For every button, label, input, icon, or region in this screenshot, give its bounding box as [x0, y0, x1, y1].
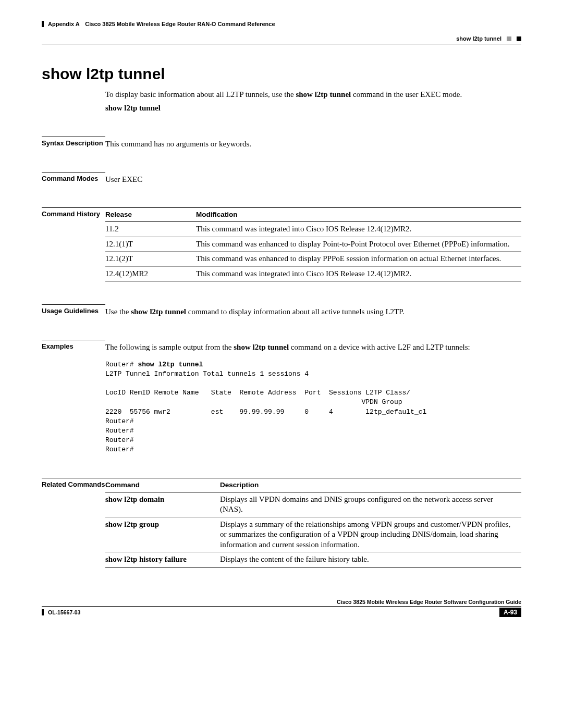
section-body: The following is sample output from the … [105, 340, 521, 454]
table-row: 12.4(12)MR2 This command was integrated … [105, 266, 521, 281]
section-label: Command Modes [42, 172, 105, 182]
divider [42, 44, 521, 44]
section-syntax: Syntax Description This command has no a… [42, 137, 521, 149]
col-description: Description [220, 478, 521, 492]
section-body: User EXEC [105, 172, 521, 184]
table-row: 11.2 This command was integrated into Ci… [105, 222, 521, 237]
col-release: Release [105, 208, 196, 222]
cli-output: Router# show l2tp tunnel L2TP Tunnel Inf… [105, 360, 521, 455]
section-label: Usage Guidelines [42, 304, 105, 315]
section-label: Command History [42, 207, 105, 218]
section-related: Related Commands Command Description sho… [42, 478, 521, 567]
footer-guide: Cisco 3825 Mobile Wireless Edge Router S… [42, 599, 521, 606]
section-label: Syntax Description [42, 137, 105, 147]
page-title: show l2tp tunnel [42, 65, 521, 83]
table-row: show l2tp domain Displays all VPDN domai… [105, 492, 521, 517]
table-row: show l2tp group Displays a summary of th… [105, 517, 521, 552]
section-body: Command Description show l2tp domain Dis… [105, 478, 521, 567]
square-icon [507, 36, 511, 41]
history-table: Release Modification 11.2 This command w… [105, 208, 521, 281]
section-label: Related Commands [42, 478, 105, 488]
table-row: show l2tp history failure Displays the c… [105, 552, 521, 567]
square-icon [517, 36, 521, 41]
section-history: Command History Release Modification 11.… [42, 207, 521, 281]
footer-doc: OL-15667-03 [42, 609, 80, 615]
page-number: A-93 [499, 608, 521, 617]
col-modification: Modification [196, 208, 521, 222]
command-syntax: show l2tp tunnel [105, 103, 521, 113]
section-modes: Command Modes User EXEC [42, 172, 521, 184]
col-command: Command [105, 478, 220, 492]
related-table: Command Description show l2tp domain Dis… [105, 478, 521, 567]
section-usage: Usage Guidelines Use the show l2tp tunne… [42, 304, 521, 317]
table-row: 12.1(1)T This command was enhanced to di… [105, 237, 521, 252]
header-section: show l2tp tunnel [456, 35, 521, 42]
table-row: 12.1(2)T This command was enhanced to di… [105, 252, 521, 267]
section-body: Use the show l2tp tunnel command to disp… [105, 304, 521, 317]
section-examples: Examples The following is sample output … [42, 340, 521, 454]
page-header: Appendix A Cisco 3825 Mobile Wireless Ed… [42, 21, 521, 44]
page-footer: Cisco 3825 Mobile Wireless Edge Router S… [42, 599, 521, 617]
header-appendix: Appendix A Cisco 3825 Mobile Wireless Ed… [42, 21, 275, 27]
intro-paragraph: To display basic information about all L… [105, 89, 521, 114]
section-body: Release Modification 11.2 This command w… [105, 207, 521, 281]
section-label: Examples [42, 340, 105, 350]
section-body: This command has no arguments or keyword… [105, 137, 521, 149]
